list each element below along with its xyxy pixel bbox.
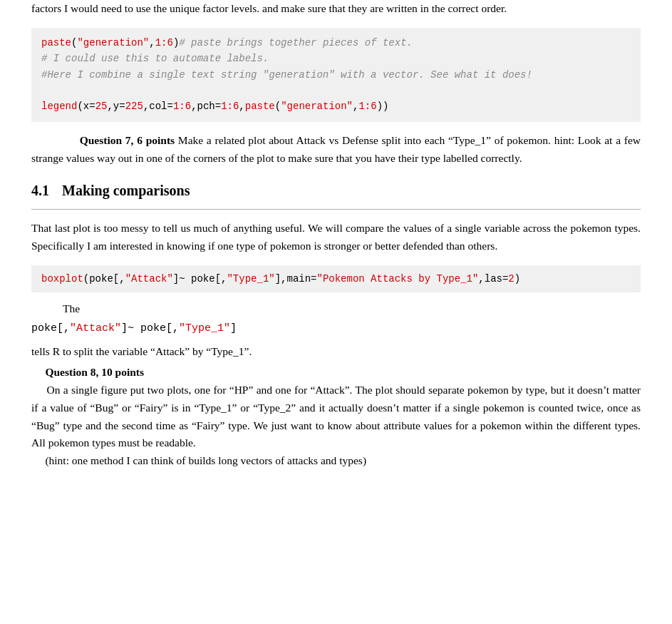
code-block-boxplot: boxplot(poke[,"Attack"]~ poke[,"Type_1"]… xyxy=(31,265,641,292)
code-comment-1: # paste brings together pieces of text. xyxy=(179,37,413,48)
question-8-para1: On a single figure put two plots, one fo… xyxy=(31,382,641,452)
intro-paragraph: factors I would need to use the unique f… xyxy=(31,0,641,18)
section-title: Making comparisons xyxy=(62,183,190,199)
code-line-2: # I could use this to automate labels. xyxy=(41,51,631,66)
code-line-1: paste("generation",1:6)# paste brings to… xyxy=(41,35,631,51)
code-line-3: #Here I combine a single text string "ge… xyxy=(41,67,631,83)
section-rule xyxy=(31,209,641,210)
question-8-label: Question 8, 10 points xyxy=(45,366,144,378)
code-comment-2: # I could use this to automate labels. xyxy=(41,53,269,64)
question-8-hint: (hint: one method I can think of builds … xyxy=(31,452,641,470)
question-7-block: Question 7, 6 points Make a related plot… xyxy=(31,132,641,168)
the-text: The xyxy=(31,302,641,315)
code-keyword-legend: legend xyxy=(41,101,77,112)
page-content: factors I would need to use the unique f… xyxy=(0,0,672,470)
code-keyword-paste: paste xyxy=(41,37,71,48)
code-comment-3: #Here I combine a single text string "ge… xyxy=(41,69,532,81)
tells-text: tells R to split the variable “Attack” b… xyxy=(31,343,641,361)
code-line-legend: legend(x=25,y=225,col=1:6,pch=1:6,paste(… xyxy=(41,98,631,114)
code-number-1-6: 1:6 xyxy=(155,37,173,48)
section-number: 4.1 xyxy=(31,183,49,199)
question-7-label: Question 7, 6 points xyxy=(80,134,175,146)
poke-code-standalone: poke[,"Attack"]~ poke[,"Type_1"] xyxy=(31,322,641,334)
body-text-1: That last plot is too messy to tell us m… xyxy=(31,220,641,255)
code-block-paste: paste("generation",1:6)# paste brings to… xyxy=(31,28,641,122)
question-8-block: Question 8, 10 points On a single figure… xyxy=(31,364,641,470)
section-4-1-heading: 4.1 Making comparisons xyxy=(31,183,641,199)
code-string-generation: "generation" xyxy=(77,37,149,48)
